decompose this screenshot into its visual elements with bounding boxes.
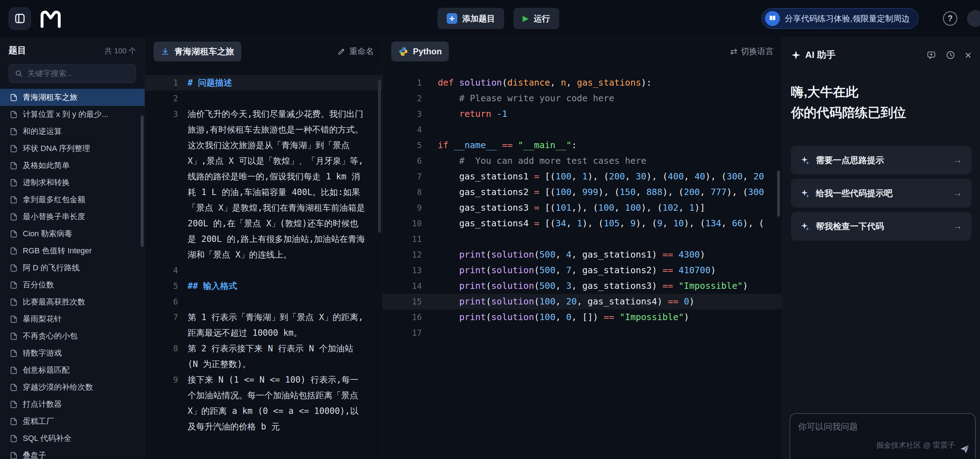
problem-line[interactable]: 3油价飞升的今天,我们尽量减少花费。我们出门旅游,有时候租车去旅游也是一种不错的…: [145, 106, 382, 262]
problem-list-item[interactable]: 暴雨梨花针: [0, 310, 145, 327]
code-line[interactable]: 6 # You can add more test cases here: [383, 153, 782, 169]
line-number: 14: [383, 278, 422, 294]
problem-list-item[interactable]: RGB 色值转 Integer: [0, 242, 145, 259]
send-icon[interactable]: [959, 444, 970, 456]
problem-line[interactable]: 6: [145, 294, 382, 310]
code-line[interactable]: 16 print(solution(100, 0, []) == "Imposs…: [383, 310, 782, 325]
problem-list-item[interactable]: 阿 D 的飞行路线: [0, 259, 145, 276]
code-scrollbar[interactable]: [777, 170, 780, 217]
language-tab[interactable]: Python: [391, 41, 449, 62]
new-chat-icon[interactable]: [926, 50, 936, 60]
problem-line[interactable]: 8第 2 行表示接下来 N 行表示 N 个加油站 (N 为正整数)。: [145, 341, 382, 372]
share-banner[interactable]: 分享代码练习体验,领限量定制周边: [762, 8, 918, 29]
plus-icon: +: [447, 13, 457, 24]
help-icon[interactable]: ?: [943, 11, 957, 25]
problem-list-item[interactable]: 打点计数器: [0, 396, 145, 413]
problem-label: 环状 DNA 序列整理: [23, 143, 90, 154]
line-number: 5: [383, 138, 422, 153]
problem-list-item[interactable]: 创意标题匹配: [0, 362, 145, 379]
play-icon: ▶: [523, 14, 529, 22]
problem-list-item[interactable]: 叠盘子: [0, 447, 145, 459]
code-line[interactable]: 5if __name__ == "__main__":: [383, 138, 782, 153]
avatar[interactable]: [967, 10, 980, 27]
problem-list-item[interactable]: 蛋糕工厂: [0, 413, 145, 430]
sidebar-scrollbar[interactable]: [141, 116, 143, 247]
history-icon[interactable]: [945, 50, 956, 60]
ai-suggestion-card[interactable]: 需要一点思路提示 →: [791, 146, 972, 175]
code-line-text: print(solution(100, 0, []) == "Impossibl…: [438, 310, 689, 325]
add-question-button[interactable]: + 添加题目: [438, 8, 504, 29]
problem-list-item[interactable]: 环状 DNA 序列整理: [0, 140, 145, 157]
ai-suggestion-label: 给我一些代码提示吧: [816, 187, 892, 199]
problem-list-item[interactable]: 猜数字游戏: [0, 345, 145, 362]
line-number: 17: [383, 325, 422, 341]
problem-label: 蛋糕工厂: [23, 416, 54, 427]
code-line[interactable]: 10 gas_stations4 = [(34, 1), (105, 9), (…: [383, 216, 782, 231]
problem-list-item[interactable]: 比赛最高获胜次数: [0, 294, 145, 310]
ai-suggestion-card[interactable]: 给我一些代码提示吧 →: [791, 179, 972, 208]
ai-sparkle-icon: [791, 50, 801, 60]
problem-list-item[interactable]: 拿到最多红包金额: [0, 191, 145, 208]
document-icon: [9, 230, 18, 238]
sidebar-toggle-button[interactable]: [8, 8, 31, 30]
problem-list-item[interactable]: 百分位数: [0, 276, 145, 294]
code-line[interactable]: 11: [383, 231, 782, 247]
code-line[interactable]: 8 gas_stations2 = [(100, 999), (150, 888…: [383, 184, 782, 200]
close-icon[interactable]: ×: [965, 49, 972, 61]
problem-list-item[interactable]: Cion 勒索病毒: [0, 225, 145, 242]
search-input[interactable]: [27, 69, 130, 78]
problem-label: RGB 色值转 Integer: [23, 246, 92, 256]
document-icon: [9, 332, 18, 341]
line-number: 4: [383, 122, 422, 138]
problem-title-tab[interactable]: 青海湖租车之旅: [153, 41, 241, 62]
code-line-text: print(solution(500, 3, gas_stations3) ==…: [438, 278, 748, 294]
problem-list-item[interactable]: 穿越沙漠的补给次数: [0, 379, 145, 396]
sparkle-icon: [800, 189, 810, 198]
search-box[interactable]: [8, 64, 136, 83]
problem-list-item[interactable]: 进制求和转换: [0, 174, 145, 191]
line-number: 1: [383, 75, 422, 91]
sidebar-title: 题目: [8, 44, 26, 56]
document-icon: [9, 127, 18, 136]
problem-line[interactable]: 4: [145, 262, 382, 278]
code-line[interactable]: 12 print(solution(500, 4, gas_stations1)…: [383, 247, 782, 262]
code-line[interactable]: 13 print(solution(500, 7, gas_stations2)…: [383, 262, 782, 278]
problem-list-item[interactable]: 计算位置 x 到 y 的最少...: [0, 106, 145, 123]
document-icon: [9, 434, 18, 443]
ai-input-box[interactable]: 你可以问我问题 掘金技术社区 @ 雷震子: [789, 413, 976, 459]
problem-line[interactable]: 9接下来 N (1 <= N <= 100) 行表示,每一个加油站情况。每一个加…: [145, 372, 382, 435]
problem-line[interactable]: 5## 输入格式: [145, 278, 382, 294]
problem-count: 共 100 个: [105, 46, 136, 56]
code-line[interactable]: 1def solution(distance, n, gas_stations)…: [383, 75, 782, 91]
code-line[interactable]: 7 gas_stations1 = [(100, 1), (200, 30), …: [383, 169, 782, 184]
line-number: 2: [383, 91, 422, 106]
problem-list-item[interactable]: 及格如此简单: [0, 157, 145, 174]
document-icon: [9, 417, 18, 426]
code-line[interactable]: 17: [383, 325, 782, 341]
document-icon: [9, 383, 18, 392]
problem-scrollbar[interactable]: [378, 80, 381, 233]
problem-list-item[interactable]: 最小替换子串长度: [0, 208, 145, 225]
problem-line[interactable]: 7第 1 行表示「青海湖」到「景点 X」的距离,距离最远不超过 10000 km…: [145, 310, 382, 341]
problem-list-item[interactable]: SQL 代码补全: [0, 430, 145, 447]
problem-line[interactable]: 1# 问题描述: [145, 75, 382, 91]
problem-line[interactable]: 2: [145, 91, 382, 106]
line-number: 9: [145, 372, 178, 435]
code-line[interactable]: 4: [383, 122, 782, 138]
code-line-text: return -1: [438, 106, 508, 122]
code-line[interactable]: 3 return -1: [383, 106, 782, 122]
code-line[interactable]: 14 print(solution(500, 3, gas_stations3)…: [383, 278, 782, 294]
code-line[interactable]: 2 # Please write your code here: [383, 91, 782, 106]
problem-list-item[interactable]: 不再贪心的小包: [0, 327, 145, 345]
code-lines: 1def solution(distance, n, gas_stations)…: [383, 66, 782, 459]
problem-panel: 青海湖租车之旅 重命名 1# 问题描述23油价飞升的今天,我们尽量减少花费。我们…: [145, 37, 382, 459]
arrow-right-icon: →: [953, 187, 962, 199]
ai-suggestion-card[interactable]: 帮我检查一下代码 →: [791, 212, 972, 240]
problem-list-item[interactable]: 青海湖租车之旅: [0, 89, 145, 106]
run-button[interactable]: ▶ 运行: [514, 8, 559, 29]
switch-language-button[interactable]: ⇄ 切换语言: [730, 46, 773, 57]
code-line[interactable]: 9 gas_stations3 = [(101,), (100, 100), (…: [383, 200, 782, 216]
rename-button[interactable]: 重命名: [337, 46, 374, 57]
code-line[interactable]: 15 print(solution(100, 20, gas_stations4…: [383, 294, 782, 310]
problem-list-item[interactable]: 和的逆运算: [0, 123, 145, 140]
